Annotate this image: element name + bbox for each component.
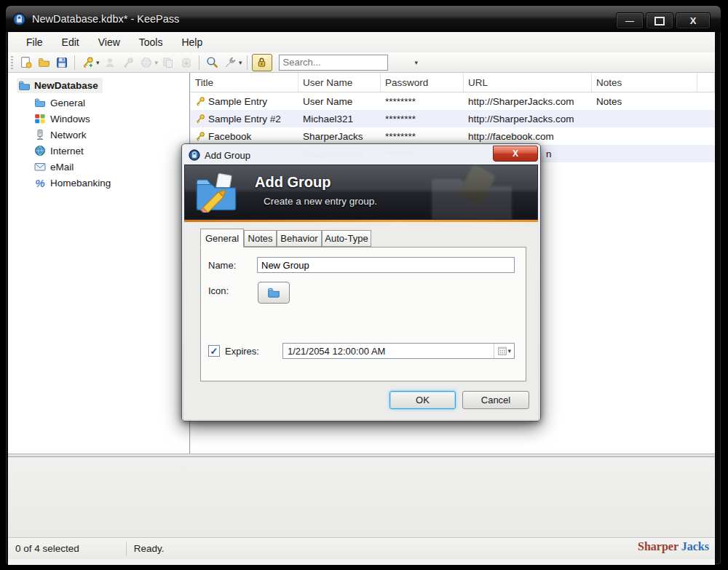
add-entry-button[interactable] — [79, 55, 95, 71]
banner-title: Add Group — [255, 174, 331, 191]
new-database-icon — [20, 56, 32, 68]
cell-notes: Notes — [592, 92, 697, 110]
tree-item-general[interactable]: General — [34, 96, 189, 109]
toolbar: ▾ ▾ ▾ ▾ — [8, 52, 715, 73]
tree-item-label: eMail — [50, 162, 74, 173]
column-header-username[interactable]: User Name — [298, 73, 381, 92]
cell-title: Sample Entry — [208, 96, 267, 107]
cancel-button[interactable]: Cancel — [462, 391, 529, 409]
maximize-button[interactable] — [646, 12, 673, 29]
column-header-filler — [697, 73, 715, 92]
ok-button[interactable]: OK — [389, 391, 456, 409]
menu-edit[interactable]: Edit — [52, 33, 89, 51]
tab-auto-type[interactable]: Auto-Type — [322, 230, 371, 247]
find-button[interactable] — [204, 55, 220, 71]
url-open-button[interactable] — [138, 55, 154, 71]
copy-icon — [162, 57, 174, 68]
duplicate-entry-button[interactable] — [120, 55, 136, 71]
menu-help[interactable]: Help — [172, 33, 212, 51]
lock-icon — [256, 57, 267, 68]
expires-checkbox[interactable]: ✓ — [208, 345, 220, 357]
network-icon — [34, 129, 46, 140]
search-combobox[interactable]: ▾ — [279, 55, 388, 71]
menu-tools[interactable]: Tools — [130, 33, 173, 51]
banner-subtitle: Create a new entry group. — [264, 196, 377, 207]
column-header-password[interactable]: Password — [381, 73, 464, 92]
windows-icon — [34, 113, 46, 124]
cell-username: Michael321 — [298, 110, 381, 127]
menu-file[interactable]: File — [17, 33, 52, 51]
group-icon-button[interactable] — [258, 282, 290, 304]
window-titlebar[interactable]: NewDatabase.kdbx* - KeePass — X — [6, 6, 721, 32]
calendar-caret-icon: ▾ — [507, 347, 511, 355]
key-gray-icon — [122, 57, 134, 68]
status-bar: 0 of 4 selected Ready. — [8, 537, 715, 559]
tree-item-homebanking[interactable]: % Homebanking — [34, 176, 189, 190]
column-header-url[interactable]: URL — [464, 73, 592, 92]
open-database-button[interactable] — [36, 55, 52, 71]
column-header-title[interactable]: Title — [191, 73, 298, 92]
search-dropdown-icon[interactable]: ▾ — [415, 59, 419, 66]
search-icon — [206, 56, 218, 68]
tree-item-windows[interactable]: Windows — [34, 112, 189, 125]
expires-label: Expires: — [225, 346, 259, 357]
cell-password: ******** — [381, 127, 464, 145]
lock-workspace-button[interactable] — [252, 54, 272, 71]
database-folder-icon — [18, 79, 31, 92]
tree-item-label: Windows — [50, 114, 90, 124]
tree-item-internet[interactable]: Internet — [34, 144, 189, 157]
new-database-button[interactable] — [17, 55, 33, 71]
tree-item-label: NewDatabase — [34, 80, 98, 91]
add-entry-key-icon — [82, 56, 94, 68]
entry-list-header: Title User Name Password URL Notes — [191, 73, 715, 92]
tab-general[interactable]: General — [200, 229, 244, 248]
entry-preview-pane — [8, 457, 715, 537]
expires-date-field[interactable]: 1/21/2054 12:00:00 AM ▾ — [282, 343, 515, 359]
tab-notes[interactable]: Notes — [244, 230, 277, 247]
edit-entry-button[interactable] — [102, 55, 118, 71]
cell-url: http://facebook.com — [464, 127, 592, 145]
save-icon — [56, 57, 68, 68]
paste-entry-button[interactable] — [178, 55, 194, 71]
group-name-input[interactable] — [258, 258, 514, 272]
menu-view[interactable]: View — [89, 33, 130, 51]
tools-wrench-icon — [224, 56, 237, 68]
minimize-button[interactable]: — — [616, 12, 644, 29]
cell-username: SharperJacks — [298, 127, 381, 145]
tools-dropdown-icon[interactable]: ▾ — [239, 59, 242, 66]
table-row[interactable]: Facebook SharperJacks ******** http://fa… — [191, 127, 715, 145]
dialog-banner: Add Group Create a new entry group. — [184, 165, 538, 220]
tree-item-label: General — [50, 98, 85, 108]
table-row[interactable]: Sample Entry #2 Michael321 ******** http… — [191, 110, 715, 127]
open-folder-icon — [38, 56, 50, 68]
globe-icon — [34, 145, 46, 157]
tools-button[interactable] — [222, 55, 238, 71]
cell-password: ******** — [381, 110, 464, 127]
cell-notes — [592, 127, 697, 145]
table-row[interactable]: Sample Entry User Name ******** http://S… — [191, 92, 715, 110]
icon-label: Icon: — [208, 285, 229, 296]
envelope-icon — [34, 161, 46, 173]
copy-entry-button[interactable] — [160, 55, 176, 71]
keepass-app-icon — [12, 12, 26, 26]
search-input[interactable] — [280, 57, 415, 68]
column-header-notes[interactable]: Notes — [592, 73, 697, 92]
sharperjacks-logo: Sharper Jacks — [638, 540, 709, 553]
url-dropdown-icon[interactable]: ▾ — [155, 59, 159, 66]
cell-notes — [592, 110, 697, 127]
tree-item-network[interactable]: Network — [34, 128, 189, 141]
name-field-wrap — [257, 257, 515, 273]
close-button[interactable]: X — [676, 12, 711, 29]
dialog-close-button[interactable]: X — [493, 146, 538, 162]
tree-item-newdatabase[interactable]: NewDatabase — [17, 78, 103, 93]
save-button[interactable] — [54, 55, 70, 71]
add-entry-dropdown-icon[interactable]: ▾ — [96, 59, 100, 66]
calendar-dropdown-button[interactable]: ▾ — [494, 344, 514, 358]
cell-url: http://SharperJacks.com — [464, 110, 592, 127]
tab-behavior[interactable]: Behavior — [277, 230, 322, 247]
dialog-titlebar[interactable]: Add Group — [184, 146, 538, 165]
expires-date-value: 1/21/2054 12:00:00 AM — [283, 346, 494, 357]
window-title: NewDatabase.kdbx* - KeePass — [32, 13, 179, 25]
tree-item-label: Homebanking — [50, 178, 111, 189]
tree-item-email[interactable]: eMail — [34, 160, 189, 173]
